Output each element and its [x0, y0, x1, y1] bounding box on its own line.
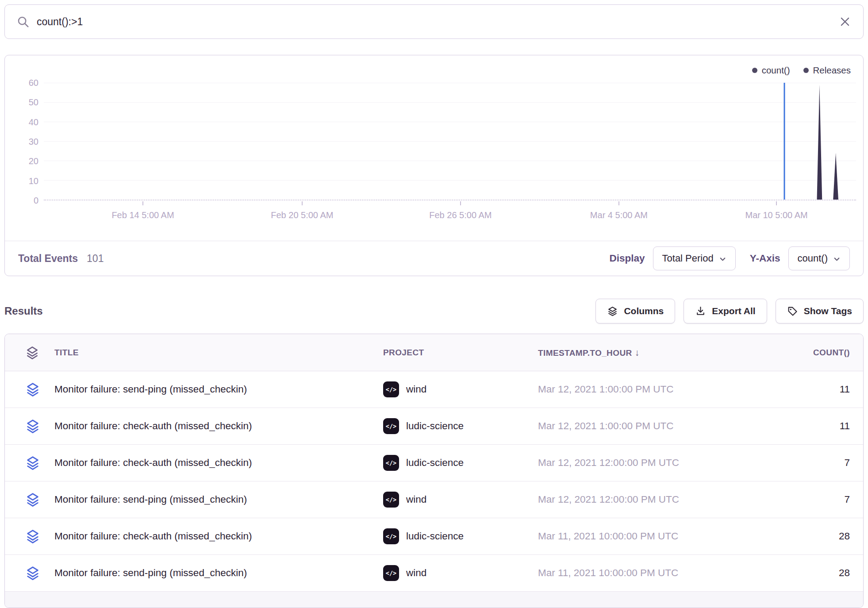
event-title-link[interactable]: Monitor failure: check-auth (missed_chec… — [54, 531, 383, 542]
event-title-link[interactable]: Monitor failure: check-auth (missed_chec… — [54, 420, 383, 432]
table-row[interactable]: Monitor failure: send-ping (missed_check… — [5, 371, 863, 408]
total-events: Total Events 101 — [18, 253, 104, 265]
count-cell: 28 — [744, 531, 863, 542]
row-stack-cell — [5, 418, 54, 435]
legend-label: Releases — [813, 65, 851, 76]
show-tags-button-label: Show Tags — [804, 306, 852, 316]
release-marker-line — [784, 83, 785, 200]
event-title-link[interactable]: Monitor failure: send-ping (missed_check… — [54, 384, 383, 395]
timestamp-cell: Mar 11, 2021 10:00:00 PM UTC — [538, 531, 744, 542]
count-spike — [817, 85, 822, 200]
chart-footer: Total Events 101 Display Total Period Y-… — [5, 241, 863, 276]
results-table: TITLE PROJECT TIMESTAMP.TO_HOUR↓ COUNT()… — [4, 334, 864, 608]
display-dropdown[interactable]: Total Period — [653, 246, 736, 270]
y-axis-dropdown-value: count() — [798, 253, 828, 264]
legend-label: count() — [762, 65, 790, 76]
row-stack-cell — [5, 565, 54, 581]
table-row[interactable]: Monitor failure: send-ping (missed_check… — [5, 481, 863, 518]
event-title-link[interactable]: Monitor failure: check-auth (missed_chec… — [54, 457, 383, 469]
stack-icon[interactable] — [25, 454, 40, 471]
stack-icon[interactable] — [25, 418, 40, 435]
chart-y-labels: 0102030405060 — [11, 83, 38, 200]
header-stack-cell[interactable] — [5, 345, 54, 361]
columns-button-label: Columns — [624, 306, 664, 316]
results-heading: Results — [4, 305, 43, 317]
legend-item-count[interactable]: count() — [752, 65, 790, 76]
column-header-timestamp[interactable]: TIMESTAMP.TO_HOUR↓ — [538, 347, 744, 358]
count-cell: 11 — [744, 420, 863, 432]
total-events-value: 101 — [87, 253, 104, 265]
column-header-count[interactable]: COUNT() — [744, 348, 863, 358]
row-stack-cell — [5, 491, 54, 508]
show-tags-button[interactable]: Show Tags — [776, 299, 864, 323]
table-row[interactable]: Monitor failure: send-ping (missed_check… — [5, 555, 863, 592]
project-cell: </> wind — [383, 381, 538, 397]
x-axis-tick — [776, 201, 777, 205]
x-axis-tick-label: Mar 10 5:00 AM — [745, 210, 807, 220]
project-platform-icon: </> — [383, 492, 399, 508]
y-axis-tick-label: 0 — [34, 196, 38, 206]
chart-legend: count()Releases — [752, 65, 851, 76]
table-row[interactable]: Monitor failure: check-auth (missed_chec… — [5, 518, 863, 555]
event-title-link[interactable]: Monitor failure: send-ping (missed_check… — [54, 567, 383, 579]
project-name: wind — [406, 494, 426, 505]
legend-dot-icon — [752, 68, 757, 73]
x-axis-tick — [618, 201, 619, 205]
x-axis-tick — [302, 201, 303, 205]
count-cell: 7 — [744, 457, 863, 469]
stack-icon[interactable] — [25, 528, 40, 545]
x-axis-tick-label: Feb 20 5:00 AM — [271, 210, 333, 220]
project-cell: </> wind — [383, 492, 538, 508]
table-row[interactable]: Monitor failure: check-auth (missed_chec… — [5, 408, 863, 445]
chart-x-labels: Feb 14 5:00 AMFeb 20 5:00 AMFeb 26 5:00 … — [44, 200, 856, 227]
count-cell: 28 — [744, 567, 863, 579]
y-axis-tick-label: 40 — [29, 117, 38, 127]
columns-button[interactable]: Columns — [595, 299, 675, 323]
legend-item-releases[interactable]: Releases — [803, 65, 851, 76]
search-bar — [4, 4, 864, 39]
project-name: ludic-science — [406, 531, 464, 542]
x-axis-tick-label: Feb 14 5:00 AM — [111, 210, 174, 220]
stack-icon[interactable] — [25, 491, 40, 508]
plot-area — [44, 83, 856, 200]
search-input[interactable] — [37, 16, 838, 28]
row-stack-cell — [5, 381, 54, 398]
download-icon — [695, 306, 706, 317]
chevron-down-icon — [719, 255, 726, 263]
column-header-project[interactable]: PROJECT — [383, 348, 538, 358]
stack-icon[interactable] — [25, 381, 40, 398]
project-platform-icon: </> — [383, 418, 399, 434]
project-platform-icon: </> — [383, 565, 399, 581]
legend-dot-icon — [803, 68, 809, 73]
clear-search-icon[interactable] — [838, 15, 852, 28]
timestamp-cell: Mar 12, 2021 1:00:00 PM UTC — [538, 384, 744, 395]
y-axis-dropdown[interactable]: count() — [788, 246, 850, 270]
chevron-down-icon — [833, 255, 841, 263]
table-header-row: TITLE PROJECT TIMESTAMP.TO_HOUR↓ COUNT() — [5, 334, 863, 371]
y-axis-tick-label: 10 — [29, 176, 38, 186]
x-axis-tick-label: Mar 4 5:00 AM — [590, 210, 648, 220]
y-axis-label: Y-Axis — [750, 253, 780, 264]
export-all-button-label: Export All — [712, 306, 755, 316]
project-cell: </> wind — [383, 565, 538, 581]
stack-icon[interactable] — [25, 565, 40, 581]
x-axis-tick-label: Feb 26 5:00 AM — [429, 210, 492, 220]
table-row[interactable]: Monitor failure: check-auth (missed_chec… — [5, 445, 863, 481]
table-body: Monitor failure: send-ping (missed_check… — [5, 371, 863, 592]
discover-page: count()Releases 0102030405060 Feb 14 5:0… — [0, 0, 868, 608]
project-platform-icon: </> — [383, 528, 399, 544]
project-name: ludic-science — [406, 420, 464, 432]
count-cell: 11 — [744, 384, 863, 395]
timestamp-cell: Mar 12, 2021 12:00:00 PM UTC — [538, 494, 744, 505]
events-chart-panel: count()Releases 0102030405060 Feb 14 5:0… — [4, 55, 864, 276]
timestamp-cell: Mar 11, 2021 10:00:00 PM UTC — [538, 567, 744, 579]
export-all-button[interactable]: Export All — [684, 299, 767, 323]
row-stack-cell — [5, 528, 54, 545]
y-axis-tick-label: 20 — [29, 156, 38, 166]
display-label: Display — [609, 253, 645, 264]
project-name: wind — [406, 384, 426, 395]
column-header-title[interactable]: TITLE — [54, 348, 383, 358]
x-axis-tick — [142, 201, 143, 205]
event-title-link[interactable]: Monitor failure: send-ping (missed_check… — [54, 494, 383, 505]
count-series — [44, 83, 856, 200]
